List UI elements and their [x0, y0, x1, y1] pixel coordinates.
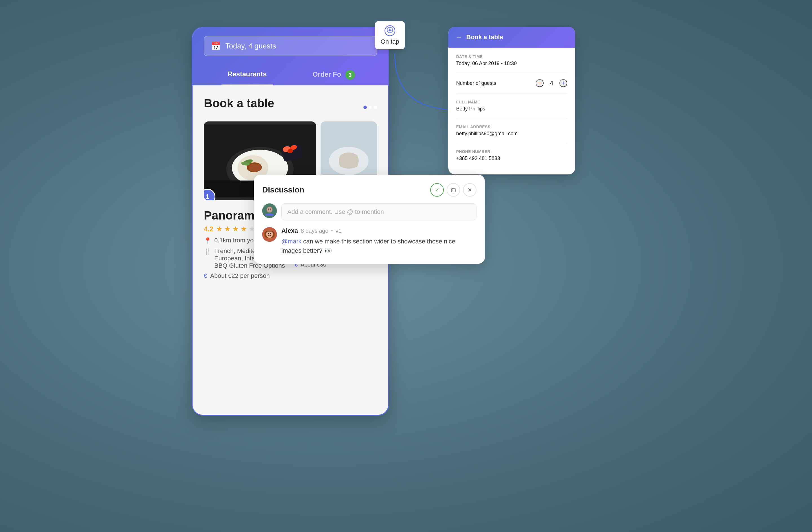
dot-3	[374, 106, 377, 109]
email-section: EMAIL ADDRESS betty.phillips90@gmail.com	[456, 124, 567, 143]
star-3: ★	[232, 225, 239, 233]
book-form-body: DATE & TIME Today, 06 Apr 2019 - 18:30 N…	[448, 48, 575, 174]
discussion-actions: ✓ ✕	[430, 183, 477, 197]
delete-button[interactable]	[447, 183, 460, 197]
dot-1	[363, 106, 367, 109]
comment-input[interactable]: Add a comment. Use @ to mention	[281, 204, 477, 220]
trash-icon	[451, 187, 456, 193]
date-time-section: DATE & TIME Today, 06 Apr 2019 - 18:30	[456, 54, 567, 73]
comment-input-row: Add a comment. Use @ to mention	[262, 204, 477, 220]
section-title: Book a table	[204, 97, 274, 110]
guests-control: Number of guests − 4 +	[456, 79, 567, 87]
book-form-card: ← Book a table DATE & TIME Today, 06 Apr…	[448, 27, 575, 174]
alexa-avatar-svg	[262, 227, 277, 242]
on-tap-label: On tap	[381, 38, 399, 45]
star-1: ★	[216, 225, 222, 233]
avatar-svg	[262, 204, 277, 218]
calendar-icon: 📅	[211, 41, 221, 51]
alexa-avatar	[262, 227, 277, 242]
tab-restaurants[interactable]: Restaurants	[204, 64, 290, 85]
svg-rect-16	[451, 189, 455, 192]
phone-header: 📅 Today, 4 guests Restaurants Order Fo 3	[192, 28, 388, 85]
discussion-title: Discussion	[262, 186, 304, 194]
tabs: Restaurants Order Fo 3	[204, 64, 377, 85]
dot-2	[368, 106, 372, 109]
email-value: betty.phillips90@gmail.com	[456, 131, 567, 137]
comment-body: can we make this section wider to showca…	[281, 238, 455, 254]
tab-badge: 3	[345, 70, 355, 80]
email-label: EMAIL ADDRESS	[456, 124, 567, 129]
date-time-value: Today, 06 Apr 2019 - 18:30	[456, 61, 567, 66]
comment-version: v1	[335, 228, 342, 234]
book-form-title: Book a table	[466, 33, 503, 41]
current-user-avatar	[262, 204, 277, 218]
guests-section: Number of guests − 4 +	[456, 79, 567, 93]
svg-point-19	[268, 208, 269, 210]
booking-bar[interactable]: 📅 Today, 4 guests	[204, 36, 377, 56]
guests-label-group: Number of guests	[456, 80, 536, 86]
distance-text: 0.1km from you	[214, 237, 257, 244]
svg-point-20	[270, 208, 271, 210]
rating-value: 4.2	[204, 225, 213, 233]
tab-order-food[interactable]: Order Fo 3	[290, 64, 377, 85]
euro-icon: €	[204, 272, 207, 280]
guests-controls: − 4 +	[536, 79, 567, 87]
discussion-panel: Discussion ✓ ✕	[254, 175, 485, 264]
full-name-section: FULL NAME Betty Phillips	[456, 100, 567, 118]
full-name-value: Betty Phillips	[456, 106, 567, 112]
star-4: ★	[241, 225, 247, 233]
close-button[interactable]: ✕	[463, 183, 477, 197]
booking-bar-text: Today, 4 guests	[225, 42, 276, 50]
date-time-label: DATE & TIME	[456, 54, 567, 59]
price-row: € About €22 per person	[204, 272, 286, 280]
svg-point-24	[268, 233, 269, 234]
comment-mention: @mark	[281, 238, 301, 245]
pagination-dots	[363, 106, 377, 109]
tap-icon	[384, 25, 395, 36]
comment-meta: Alexa 8 days ago • v1	[281, 227, 477, 234]
confirm-button[interactable]: ✓	[430, 183, 444, 197]
comment-author: Alexa	[281, 227, 298, 234]
svg-point-25	[270, 233, 271, 234]
svg-point-1	[389, 29, 391, 31]
decrease-guests-button[interactable]: −	[536, 79, 543, 87]
book-form-header: ← Book a table	[448, 27, 575, 48]
location-icon: 📍	[204, 237, 212, 245]
comment-time: 8 days ago	[301, 228, 329, 234]
guest-count: 4	[549, 80, 554, 87]
cutlery-icon: 🍴	[204, 248, 212, 255]
phone-label: PHONE NUMBER	[456, 149, 567, 154]
phone-value: +385 492 481 5833	[456, 156, 567, 161]
on-tap-tooltip: On tap	[375, 21, 405, 49]
comment-content: Alexa 8 days ago • v1 @mark can we make …	[281, 227, 477, 255]
increase-guests-button[interactable]: +	[560, 79, 567, 87]
star-2: ★	[224, 225, 231, 233]
comment-dot: •	[331, 228, 333, 233]
guests-label: Number of guests	[456, 80, 536, 86]
comment-row: Alexa 8 days ago • v1 @mark can we make …	[262, 227, 477, 255]
full-name-label: FULL NAME	[456, 100, 567, 104]
price-text: About €22 per person	[210, 272, 270, 280]
back-button[interactable]: ←	[456, 33, 462, 41]
comment-text: @mark can we make this section wider to …	[281, 237, 477, 255]
phone-section: PHONE NUMBER +385 492 481 5833	[456, 149, 567, 168]
discussion-header: Discussion ✓ ✕	[262, 183, 477, 197]
